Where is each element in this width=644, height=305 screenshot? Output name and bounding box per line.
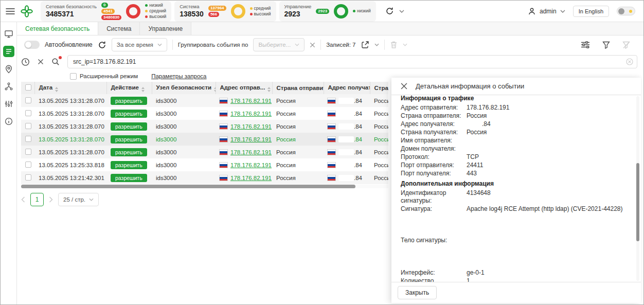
- advanced-mode-checkbox[interactable]: [70, 73, 77, 80]
- row-checkbox[interactable]: [25, 123, 31, 129]
- group-by-select[interactable]: Выберите...: [253, 38, 305, 51]
- horizontal-scrollbar[interactable]: [21, 185, 388, 188]
- menu-icon[interactable]: [6, 8, 15, 15]
- theme-toggle[interactable]: [617, 7, 635, 15]
- page-size-select[interactable]: 25 / стр.: [58, 193, 99, 206]
- row-checkbox[interactable]: [25, 174, 31, 181]
- detail-field: Интерфейс:ge-0-1: [401, 269, 632, 277]
- table-row[interactable]: 13.05.2025 13:31:28.070 разрешить ids300…: [21, 107, 388, 120]
- dst-ip-suffix: .84: [354, 149, 362, 155]
- export-icon[interactable]: [361, 41, 369, 49]
- horizontal-scrollbar-thumb[interactable]: [21, 185, 355, 188]
- metric-system[interactable]: Система 138530 137964 566 средний высоки…: [174, 1, 276, 22]
- sidebar-item-topology[interactable]: [3, 81, 14, 92]
- page-button[interactable]: 1: [30, 193, 44, 206]
- metric-management[interactable]: Управление 2923 2923 низкий: [279, 1, 376, 22]
- sidebar-item-geo[interactable]: [3, 63, 14, 75]
- row-checkbox[interactable]: [25, 97, 31, 103]
- refresh-events-icon[interactable]: [98, 41, 106, 49]
- column-header-src-ip[interactable]: Адрес отправ...: [216, 82, 272, 94]
- src-ip-link[interactable]: 178.176.82.191: [230, 162, 272, 168]
- src-ip-link[interactable]: 178.176.82.191: [230, 98, 272, 104]
- sidebar-item-events[interactable]: [3, 46, 14, 57]
- table-row[interactable]: 13.05.2025 13:25:33.818 разрешить ids300…: [21, 158, 388, 171]
- query-params-link[interactable]: Параметры запроса: [151, 73, 206, 79]
- table-row[interactable]: 13.05.2025 13:31:28.070 разрешить ids300…: [21, 94, 388, 107]
- row-checkbox[interactable]: [25, 149, 31, 155]
- query-history-icon[interactable]: [21, 58, 30, 66]
- src-ip-link[interactable]: 178.176.82.191: [230, 175, 272, 181]
- search-icon[interactable]: [51, 58, 60, 66]
- chevron-down-icon[interactable]: [560, 10, 565, 13]
- tab-management[interactable]: Управление: [140, 22, 191, 35]
- column-header-dst-country[interactable]: Страна п...: [370, 82, 388, 94]
- table-row-selected[interactable]: 13.05.2025 13:31:28.070 разрешить ids300…: [21, 133, 388, 146]
- export-options-chevron-icon[interactable]: [374, 43, 379, 46]
- sidebar-item-settings-sliders[interactable]: [3, 98, 14, 110]
- clear-grouping-icon[interactable]: [310, 42, 315, 48]
- row-checkbox[interactable]: [25, 162, 31, 168]
- filter-icon[interactable]: [602, 41, 610, 49]
- time-range-select[interactable]: За все время: [112, 38, 167, 51]
- sort-icon[interactable]: [55, 87, 58, 92]
- detail-field: Идентификатор сигнатуры:4134648: [401, 189, 632, 205]
- row-checkbox[interactable]: [25, 136, 31, 142]
- details-scrollbar[interactable]: [636, 96, 639, 281]
- app-logo-icon[interactable]: [20, 5, 33, 18]
- russia-flag-icon: [328, 163, 335, 168]
- dst-ip-suffix: .84: [354, 111, 362, 117]
- details-scrollbar-thumb[interactable]: [636, 163, 639, 241]
- column-header-dst-ip[interactable]: Адрес получате...: [324, 82, 370, 94]
- tab-system[interactable]: Система: [98, 22, 140, 35]
- autorefresh-toggle[interactable]: [24, 41, 40, 49]
- language-switch-button[interactable]: In English: [573, 6, 609, 17]
- column-header-src-country[interactable]: Страна отправителя: [272, 82, 324, 94]
- search-input[interactable]: [67, 55, 637, 68]
- table-row[interactable]: 13.05.2025 13:31:28.070 разрешить ids300…: [21, 146, 388, 158]
- events-table-zone: Дата Действие Узел безопасности Адрес от…: [21, 82, 388, 188]
- next-page-icon[interactable]: [49, 196, 53, 203]
- russia-flag-icon: [220, 150, 227, 155]
- select-all-checkbox[interactable]: [25, 84, 31, 91]
- close-button[interactable]: Закрыть: [398, 286, 437, 299]
- select-all-cell[interactable]: [21, 82, 34, 94]
- chevron-down-icon[interactable]: [399, 10, 404, 13]
- delete-events-icon[interactable]: [390, 41, 398, 49]
- count-badge-low: 0: [101, 3, 108, 8]
- prev-page-icon[interactable]: [21, 196, 25, 203]
- sidebar-item-info[interactable]: [3, 116, 14, 127]
- detail-field: Имя отправителя:: [401, 137, 632, 145]
- clear-input-icon[interactable]: [626, 58, 633, 65]
- src-ip-link[interactable]: 178.176.82.191: [230, 136, 272, 142]
- table-row[interactable]: 13.05.2025 13:21:42.301 разрешить ids300…: [21, 171, 388, 184]
- src-ip-link[interactable]: 178.176.82.191: [230, 123, 272, 130]
- sidebar-item-monitoring[interactable]: [3, 28, 14, 40]
- sort-icon[interactable]: [141, 87, 145, 92]
- metric-network-security[interactable]: Сетевая безопасность 3485371 0 4541 3480…: [41, 1, 171, 22]
- src-ip-link[interactable]: 178.176.82.191: [230, 149, 272, 155]
- row-checkbox[interactable]: [25, 110, 31, 116]
- cell-date: 13.05.2025 13:31:28.070: [34, 146, 106, 158]
- delete-options-chevron-icon[interactable]: [403, 43, 407, 46]
- legend-label: низкий: [149, 3, 163, 8]
- sort-icon[interactable]: [267, 87, 271, 92]
- tab-network-security[interactable]: Сетевая безопасность: [17, 22, 98, 35]
- legend-label: высокий: [149, 14, 166, 20]
- src-ip-link[interactable]: 178.176.82.191: [230, 111, 272, 117]
- table-row[interactable]: 13.05.2025 13:31:28.070 разрешить ids300…: [21, 120, 388, 133]
- close-panel-icon[interactable]: [401, 83, 407, 89]
- clear-query-icon[interactable]: [38, 59, 44, 65]
- clear-filter-icon[interactable]: [622, 41, 630, 49]
- action-badge: разрешить: [111, 122, 147, 131]
- column-header-date[interactable]: Дата: [34, 82, 106, 94]
- cell-src-country: Россия: [272, 158, 324, 171]
- refresh-metrics-icon[interactable]: [385, 7, 394, 15]
- column-header-node[interactable]: Узел безопасности: [152, 82, 216, 94]
- redacted-ip-box: [338, 136, 354, 142]
- column-settings-icon[interactable]: [581, 41, 590, 48]
- cell-node: ids3000: [152, 146, 216, 158]
- user-menu[interactable]: admin: [540, 8, 557, 15]
- advanced-mode-option[interactable]: Расширенный режим: [70, 73, 138, 80]
- column-header-action[interactable]: Действие: [106, 82, 152, 94]
- cell-node: ids3000: [152, 94, 216, 107]
